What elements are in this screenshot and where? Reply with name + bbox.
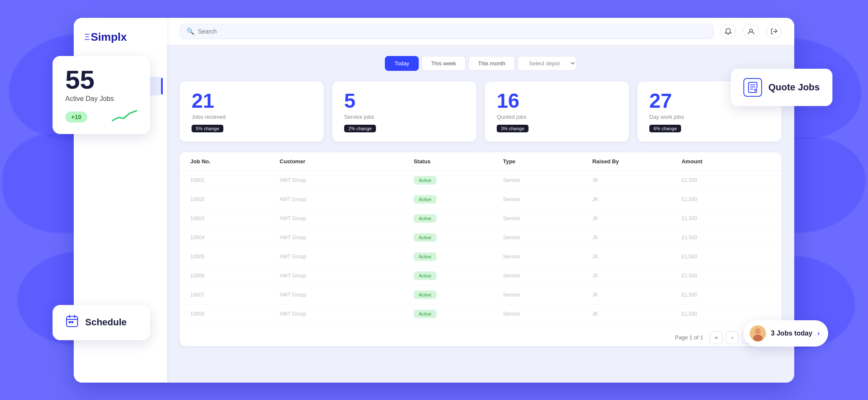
stat-card-service-jobs: 5 Service jobs 2% change [332, 81, 476, 142]
app-outer-wrapper: 55 Active Day Jobs +10 Schedule [74, 18, 794, 383]
th-customer: Customer [280, 158, 414, 165]
table-row[interactable]: 10002 AWT Group Active Service JK £1,500 [180, 190, 782, 209]
status-badge: Active [414, 291, 437, 299]
table-row[interactable]: 10001 AWT Group Active Service JK £1,500 [180, 171, 782, 190]
active-jobs-label: Active Day Jobs [65, 95, 137, 103]
quote-jobs-icon [743, 78, 762, 97]
trend-icon [112, 109, 137, 126]
stats-row: 21 Jobs recieved 5% change 5 Service job… [180, 81, 782, 142]
td-job-no: 10005 [190, 254, 280, 260]
notification-button[interactable] [721, 24, 736, 39]
td-job-no: 10006 [190, 273, 280, 279]
page-info: Page 1 of 1 [675, 334, 704, 341]
th-type: Type [503, 158, 593, 165]
td-customer: AWT Group [280, 254, 414, 260]
td-raised-by: JK [592, 273, 682, 279]
jobs-table: Job No. Customer Status Type Raised By A… [180, 152, 782, 346]
td-status: Active [414, 195, 503, 204]
td-amount: £1,500 [682, 273, 771, 279]
search-icon: 🔍 [186, 28, 195, 35]
stat-badge-day-work-jobs: 6% change [649, 125, 681, 132]
search-box[interactable]: 🔍 [180, 24, 714, 39]
td-type: Service [503, 196, 593, 202]
search-input[interactable] [198, 28, 707, 35]
floating-jobs-today-card[interactable]: 3 Jobs today › [744, 320, 828, 347]
td-raised-by: JK [592, 311, 682, 317]
topbar: 🔍 [167, 18, 794, 45]
th-raised-by: Raised By [592, 158, 682, 165]
stat-badge-service-jobs: 2% change [344, 125, 376, 132]
stat-label-day-work-jobs: Day work jobs [649, 114, 770, 120]
td-amount: £1,500 [682, 177, 771, 183]
td-type: Service [503, 177, 593, 183]
depot-select[interactable]: Select depot [517, 56, 576, 71]
filter-bar: Today This week This month Select depot [180, 56, 782, 71]
td-job-no: 10002 [190, 196, 280, 202]
chevron-right-icon: › [818, 330, 820, 337]
th-amount: Amount [682, 158, 771, 165]
td-status: Active [414, 310, 503, 318]
td-status: Active [414, 214, 503, 223]
td-status: Active [414, 233, 503, 242]
table-row[interactable]: 10003 AWT Group Active Service JK £1,500 [180, 209, 782, 228]
topbar-icons [721, 24, 782, 39]
th-status: Status [414, 158, 503, 165]
td-raised-by: JK [592, 196, 682, 202]
user-button[interactable] [743, 24, 759, 39]
td-status: Active [414, 271, 503, 280]
td-type: Service [503, 292, 593, 298]
td-status: Active [414, 176, 503, 185]
filter-this-month[interactable]: This month [468, 56, 515, 71]
table-row[interactable]: 10004 AWT Group Active Service JK £1,500 [180, 228, 782, 247]
logo-icon: Ξ [84, 32, 90, 42]
quote-jobs-card[interactable]: Quote Jobs [731, 69, 832, 106]
pagination-first[interactable]: « [710, 331, 723, 344]
filter-this-week[interactable]: This week [421, 56, 466, 71]
active-jobs-footer: +10 [65, 109, 137, 126]
main-content: 🔍 [167, 18, 794, 383]
td-customer: AWT Group [280, 292, 414, 298]
table-row[interactable]: 10006 AWT Group Active Service JK £1,500 [180, 266, 782, 285]
floating-active-jobs-card: 55 Active Day Jobs +10 [53, 56, 150, 134]
stat-badge-jobs-received: 5% change [192, 125, 223, 132]
active-jobs-number: 55 [65, 67, 137, 93]
stat-card-jobs-received: 21 Jobs recieved 5% change [180, 81, 324, 142]
filter-today[interactable]: Today [385, 56, 419, 71]
schedule-icon [65, 314, 79, 331]
table-row[interactable]: 10007 AWT Group Active Service JK £1,500 [180, 285, 782, 305]
stat-label-quoted-jobs: Quoted jobs [497, 114, 617, 120]
td-type: Service [503, 254, 593, 260]
td-type: Service [503, 311, 593, 317]
status-badge: Active [414, 214, 437, 223]
svg-point-15 [755, 88, 756, 89]
td-raised-by: JK [592, 177, 682, 183]
pagination-prev[interactable]: ‹ [726, 331, 739, 344]
svg-rect-5 [71, 321, 73, 323]
svg-rect-4 [69, 321, 71, 323]
logout-button[interactable] [766, 24, 782, 39]
status-badge: Active [414, 233, 437, 242]
svg-point-29 [750, 29, 753, 32]
td-status: Active [414, 291, 503, 299]
sidebar-logo: Ξ Simplx [74, 31, 167, 56]
table-row[interactable]: 10008 AWT Group Active Service JK £1,500 [180, 305, 782, 324]
td-amount: £1,500 [682, 196, 771, 202]
td-amount: £1,500 [682, 215, 771, 221]
td-job-no: 10003 [190, 215, 280, 221]
table-row[interactable]: 10005 AWT Group Active Service JK £1,500 [180, 247, 782, 266]
active-jobs-plus-badge: +10 [65, 112, 87, 123]
floating-schedule-card[interactable]: Schedule [53, 305, 150, 340]
td-job-no: 10001 [190, 177, 280, 183]
td-type: Service [503, 235, 593, 241]
td-amount: £1,500 [682, 235, 771, 241]
td-type: Service [503, 273, 593, 279]
td-raised-by: JK [592, 235, 682, 241]
td-customer: AWT Group [280, 273, 414, 279]
td-amount: £1,500 [682, 254, 771, 260]
td-amount: £1,500 [682, 292, 771, 298]
td-raised-by: JK [592, 254, 682, 260]
stat-label-service-jobs: Service jobs [344, 114, 465, 120]
stat-label-jobs-received: Jobs recieved [192, 114, 312, 120]
jobs-today-text: 3 Jobs today [771, 330, 812, 337]
stat-badge-quoted-jobs: 3% change [497, 125, 529, 132]
